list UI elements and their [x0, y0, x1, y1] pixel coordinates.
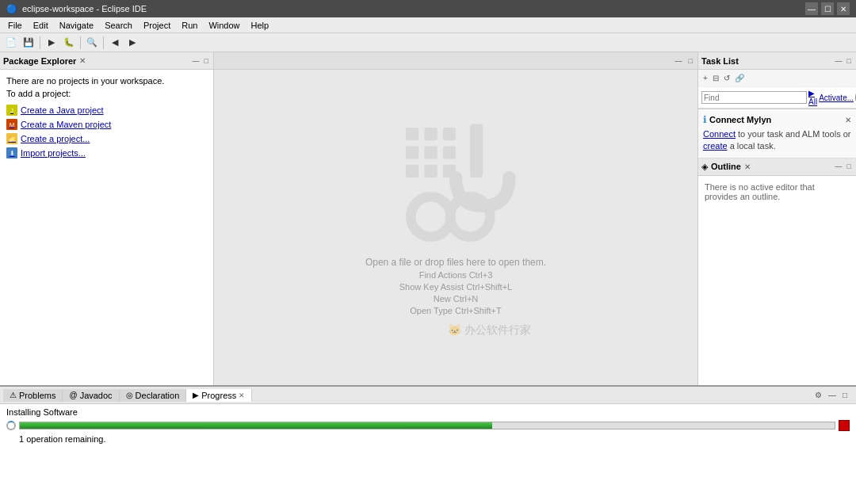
- bottom-min-btn[interactable]: —: [826, 390, 839, 400]
- operation-text: 1 operation remaining.: [19, 434, 850, 444]
- outline-btn1[interactable]: —: [834, 162, 844, 171]
- progress-row: [6, 420, 850, 431]
- connect-mylyn-close[interactable]: ✕: [845, 116, 851, 124]
- bottom-right-controls: ⚙ — □: [812, 390, 853, 400]
- svg-rect-0: [406, 128, 418, 140]
- panel-min-btn[interactable]: —: [191, 56, 201, 66]
- create-java-label: Create a Java project: [21, 105, 104, 115]
- svg-rect-1: [424, 128, 437, 140]
- package-explorer-close[interactable]: ✕: [79, 56, 86, 65]
- create-maven-label: Create a Maven project: [21, 120, 111, 129]
- title-bar: 🔵 eclipse-workspace - Eclipse IDE — ☐ ✕: [0, 0, 856, 17]
- progress-bar-container: [19, 422, 835, 430]
- content-area: Package Explorer ✕ — □ There are no proj…: [0, 52, 856, 385]
- task-toolbar: + ⊟ ↺ 🔗: [698, 70, 856, 87]
- svg-rect-4: [424, 146, 437, 158]
- toolbar-sep-3: [103, 36, 104, 49]
- svg-point-10: [411, 197, 450, 236]
- no-projects-text: There are no projects in your workspace.: [6, 76, 207, 86]
- folder-icon: 📁: [6, 133, 17, 144]
- svg-rect-9: [470, 124, 483, 178]
- create-project-link[interactable]: 📁 Create a project...: [6, 133, 207, 144]
- package-explorer-title: Package Explorer: [3, 56, 76, 66]
- toolbar-sep-1: [40, 36, 40, 49]
- menu-item-navigate[interactable]: Navigate: [55, 19, 98, 32]
- open-file-text: Open a file or drop files here to open t…: [365, 257, 546, 268]
- toolbar-sep-2: [80, 36, 81, 49]
- outline-close[interactable]: ✕: [744, 162, 751, 171]
- outline-title: Outline: [711, 162, 741, 171]
- task-list-min[interactable]: —: [834, 56, 844, 66]
- svg-rect-5: [443, 146, 456, 158]
- progress-tab-label: Progress: [201, 391, 236, 400]
- tab-javadoc[interactable]: @ Javadoc: [63, 389, 119, 402]
- activate-button[interactable]: Activate...: [819, 94, 854, 102]
- panel-controls: — □: [191, 56, 210, 66]
- menu-item-window[interactable]: Window: [204, 19, 244, 32]
- menu-bar: FileEditNavigateSearchProjectRunWindowHe…: [0, 17, 856, 33]
- toolbar-back[interactable]: ◀: [107, 35, 123, 51]
- panel-max-btn[interactable]: □: [203, 56, 210, 66]
- menu-item-project[interactable]: Project: [139, 19, 175, 32]
- toolbar-forward[interactable]: ▶: [124, 35, 140, 51]
- bottom-max-btn[interactable]: □: [840, 390, 850, 400]
- java-icon: J: [6, 105, 17, 116]
- toolbar-debug[interactable]: 🐛: [61, 35, 77, 51]
- info-icon: ℹ: [703, 114, 707, 125]
- progress-tab-close[interactable]: ✕: [239, 391, 245, 399]
- task-list-header: Task List — □: [698, 52, 856, 70]
- to-add-text: To add a project:: [6, 89, 207, 98]
- toolbar-save[interactable]: 💾: [21, 35, 36, 51]
- import-icon: ⬇: [6, 147, 17, 158]
- center-max-btn[interactable]: □: [687, 56, 694, 66]
- problems-tab-icon: ⚠: [10, 391, 17, 399]
- bottom-settings-btn[interactable]: ⚙: [812, 390, 824, 400]
- minimize-button[interactable]: —: [805, 2, 818, 15]
- create-project-label: Create a project...: [21, 134, 90, 143]
- outline-message: There is no active editor that provides …: [705, 182, 815, 201]
- toolbar-new[interactable]: 📄: [3, 35, 19, 51]
- create-link[interactable]: create: [703, 141, 728, 151]
- task-filter-btn[interactable]: ⊟: [711, 73, 720, 83]
- menu-item-edit[interactable]: Edit: [29, 19, 53, 32]
- eclipse-logo: Open a file or drop files here to open t…: [365, 106, 546, 315]
- tab-progress[interactable]: ▶ Progress ✕: [186, 389, 252, 402]
- center-min-btn[interactable]: —: [674, 56, 684, 66]
- connect-link[interactable]: Connect: [703, 129, 736, 139]
- bottom-tabs-wrapper: ⚠ Problems @ Javadoc ◎ Declaration ▶ Pro…: [3, 389, 853, 402]
- outline-controls: — □: [834, 162, 853, 171]
- task-sync-btn[interactable]: ↺: [722, 73, 732, 83]
- close-button[interactable]: ✕: [837, 2, 850, 15]
- maven-icon: M: [6, 119, 17, 130]
- menu-item-help[interactable]: Help: [246, 19, 274, 32]
- create-java-project-link[interactable]: J Create a Java project: [6, 105, 207, 116]
- connect-text-2: to your task and ALM tools or: [736, 129, 851, 139]
- connect-mylyn-title: Connect Mylyn: [709, 115, 771, 124]
- tab-declaration[interactable]: ◎ Declaration: [120, 389, 187, 402]
- javadoc-tab-label: Javadoc: [80, 391, 113, 400]
- import-projects-link[interactable]: ⬇ Import projects...: [6, 147, 207, 158]
- progress-spinner: [6, 421, 16, 430]
- toolbar-search[interactable]: 🔍: [84, 35, 100, 51]
- task-repo-btn[interactable]: 🔗: [733, 73, 746, 83]
- bottom-panel: ⚠ Problems @ Javadoc ◎ Declaration ▶ Pro…: [0, 385, 856, 504]
- tab-problems[interactable]: ⚠ Problems: [3, 389, 63, 402]
- menu-item-file[interactable]: File: [3, 19, 27, 32]
- bottom-tabs: ⚠ Problems @ Javadoc ◎ Declaration ▶ Pro…: [0, 387, 856, 404]
- task-find-row: ▶ All Activate... ?: [698, 87, 856, 109]
- outline-panel: ◈ Outline ✕ — □ There is no active edito…: [698, 158, 856, 385]
- menu-item-search[interactable]: Search: [100, 19, 137, 32]
- task-new-btn[interactable]: +: [701, 73, 709, 83]
- create-maven-project-link[interactable]: M Create a Maven project: [6, 119, 207, 130]
- all-button[interactable]: ▶ All: [808, 89, 817, 106]
- shortcut-keyassist: Show Key Assist Ctrl+Shift+L: [399, 282, 512, 292]
- progress-stop-button[interactable]: [839, 420, 850, 431]
- maximize-button[interactable]: ☐: [821, 2, 834, 15]
- task-list-max[interactable]: □: [846, 56, 853, 66]
- task-find-input[interactable]: [701, 91, 807, 104]
- toolbar-run[interactable]: ▶: [44, 35, 59, 51]
- eclipse-svg-icon: [384, 106, 527, 249]
- outline-btn2[interactable]: □: [846, 162, 853, 171]
- progress-tab-icon: ▶: [193, 391, 199, 399]
- menu-item-run[interactable]: Run: [177, 19, 202, 32]
